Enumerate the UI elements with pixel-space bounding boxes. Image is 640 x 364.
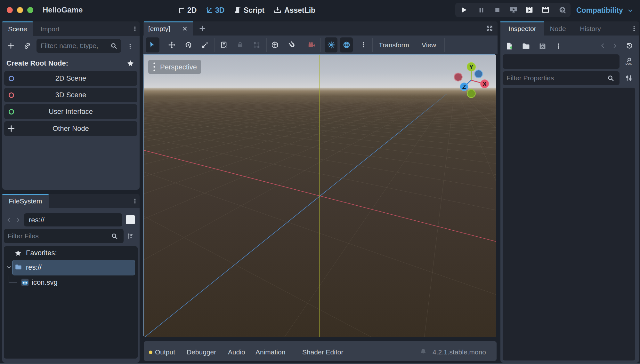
- svg-text:DOC: DOC: [626, 62, 632, 65]
- svg-text:Y: Y: [469, 64, 474, 70]
- svg-text:Perspective: Perspective: [160, 63, 197, 71]
- svg-text:Z: Z: [462, 83, 466, 90]
- svg-text:X: X: [482, 81, 487, 87]
